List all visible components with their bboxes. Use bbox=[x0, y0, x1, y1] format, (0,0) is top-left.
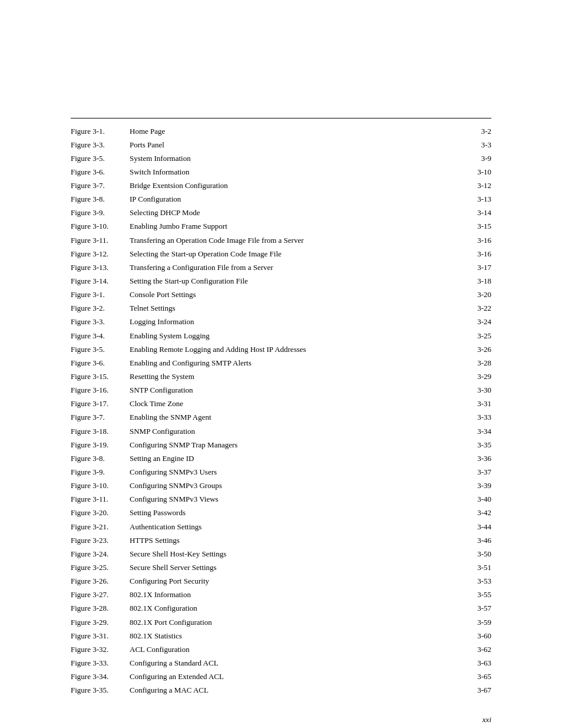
toc-figure-label: Figure 3-13. bbox=[71, 261, 130, 274]
toc-title: Telnet Settings bbox=[130, 302, 462, 315]
toc-title: Transfering a Configuration File from a … bbox=[130, 261, 462, 274]
toc-figure-label: Figure 3-31. bbox=[71, 629, 130, 643]
toc-row: Figure 3-10.Enabling Jumbo Frame Support… bbox=[71, 220, 491, 233]
toc-title: Enabling Remote Logging and Adding Host … bbox=[130, 342, 462, 356]
toc-figure-label: Figure 3-35. bbox=[71, 684, 130, 697]
toc-title: Authentication Settings bbox=[130, 520, 462, 533]
toc-page-number: 3-28 bbox=[462, 356, 491, 370]
toc-figure-label: Figure 3-25. bbox=[71, 561, 130, 575]
page-footer: xxi bbox=[71, 715, 491, 724]
toc-page-number: 3-50 bbox=[462, 547, 491, 561]
toc-title: Configuring Port Security bbox=[130, 575, 462, 588]
toc-figure-label: Figure 3-3. bbox=[71, 138, 130, 151]
toc-row: Figure 3-32.ACL Configuration3-62 bbox=[71, 643, 491, 656]
toc-row: Figure 3-3.Ports Panel3-3 bbox=[71, 138, 491, 151]
toc-title: Console Port Settings bbox=[130, 288, 462, 302]
toc-figure-label: Figure 3-11. bbox=[71, 233, 130, 247]
toc-figure-label: Figure 3-32. bbox=[71, 643, 130, 656]
toc-table: Figure 3-1.Home Page3-2Figure 3-3.Ports … bbox=[71, 124, 491, 697]
toc-page-number: 3-17 bbox=[462, 261, 491, 274]
toc-page-number: 3-24 bbox=[462, 315, 491, 329]
toc-page-number: 3-59 bbox=[462, 615, 491, 629]
toc-figure-label: Figure 3-9. bbox=[71, 466, 130, 479]
toc-page-number: 3-22 bbox=[462, 302, 491, 315]
toc-page-number: 3-55 bbox=[462, 588, 491, 602]
toc-figure-label: Figure 3-8. bbox=[71, 452, 130, 465]
toc-page-number: 3-65 bbox=[462, 670, 491, 684]
toc-row: Figure 3-25.Secure Shell Server Settings… bbox=[71, 561, 491, 575]
toc-row: Figure 3-18.SNMP Configuration3-34 bbox=[71, 424, 491, 438]
toc-title: Setting an Engine ID bbox=[130, 452, 462, 465]
toc-title: Enabling and Configuring SMTP Alerts bbox=[130, 356, 462, 370]
toc-figure-label: Figure 3-1. bbox=[71, 124, 130, 138]
toc-figure-label: Figure 3-10. bbox=[71, 479, 130, 493]
toc-title: Ports Panel bbox=[130, 138, 462, 151]
toc-page-number: 3-2 bbox=[462, 124, 491, 138]
toc-page-number: 3-12 bbox=[462, 179, 491, 193]
toc-figure-label: Figure 3-17. bbox=[71, 397, 130, 411]
top-border bbox=[71, 118, 491, 118]
toc-title: Configuring SNMP Trap Managers bbox=[130, 438, 462, 452]
toc-title: Selecting the Start-up Operation Code Im… bbox=[130, 247, 462, 261]
toc-figure-label: Figure 3-11. bbox=[71, 493, 130, 506]
toc-title: Transfering an Operation Code Image File… bbox=[130, 233, 462, 247]
toc-title: 802.1X Statistics bbox=[130, 629, 462, 643]
toc-page-number: 3-3 bbox=[462, 138, 491, 151]
toc-page-number: 3-62 bbox=[462, 643, 491, 656]
toc-title: 802.1X Configuration bbox=[130, 602, 462, 615]
toc-figure-label: Figure 3-28. bbox=[71, 602, 130, 615]
toc-page-number: 3-37 bbox=[462, 466, 491, 479]
toc-row: Figure 3-27.802.1X Information3-55 bbox=[71, 588, 491, 602]
toc-row: Figure 3-20.Setting Passwords3-42 bbox=[71, 506, 491, 520]
toc-row: Figure 3-23.HTTPS Settings3-46 bbox=[71, 533, 491, 547]
toc-row: Figure 3-5.System Information3-9 bbox=[71, 151, 491, 165]
toc-title: Bridge Exentsion Configuration bbox=[130, 179, 462, 193]
toc-row: Figure 3-26.Configuring Port Security3-5… bbox=[71, 575, 491, 588]
toc-row: Figure 3-1.Console Port Settings3-20 bbox=[71, 288, 491, 302]
toc-page-number: 3-60 bbox=[462, 629, 491, 643]
toc-page-number: 3-34 bbox=[462, 424, 491, 438]
toc-figure-label: Figure 3-7. bbox=[71, 179, 130, 193]
toc-row: Figure 3-11.Configuring SNMPv3 Views3-40 bbox=[71, 493, 491, 506]
toc-page-number: 3-57 bbox=[462, 602, 491, 615]
toc-page-number: 3-53 bbox=[462, 575, 491, 588]
toc-figure-label: Figure 3-23. bbox=[71, 533, 130, 547]
toc-row: Figure 3-7.Enabling the SNMP Agent3-33 bbox=[71, 411, 491, 424]
toc-page-number: 3-30 bbox=[462, 384, 491, 397]
toc-title: Configuring a Standard ACL bbox=[130, 656, 462, 670]
toc-title: Resetting the System bbox=[130, 370, 462, 384]
toc-title: SNTP Configuration bbox=[130, 384, 462, 397]
toc-row: Figure 3-11.Transfering an Operation Cod… bbox=[71, 233, 491, 247]
toc-figure-label: Figure 3-34. bbox=[71, 670, 130, 684]
toc-figure-label: Figure 3-12. bbox=[71, 247, 130, 261]
toc-title: Configuring SNMPv3 Groups bbox=[130, 479, 462, 493]
toc-title: Enabling the SNMP Agent bbox=[130, 411, 462, 424]
toc-row: Figure 3-15.Resetting the System3-29 bbox=[71, 370, 491, 384]
toc-figure-label: Figure 3-3. bbox=[71, 315, 130, 329]
toc-figure-label: Figure 3-9. bbox=[71, 206, 130, 220]
toc-title: 802.1X Information bbox=[130, 588, 462, 602]
toc-page-number: 3-51 bbox=[462, 561, 491, 575]
toc-page-number: 3-33 bbox=[462, 411, 491, 424]
toc-page-number: 3-46 bbox=[462, 533, 491, 547]
toc-title: Enabling Jumbo Frame Support bbox=[130, 220, 462, 233]
toc-title: Setting the Start-up Configuration File bbox=[130, 275, 462, 288]
toc-title: Secure Shell Server Settings bbox=[130, 561, 462, 575]
toc-title: Setting Passwords bbox=[130, 506, 462, 520]
toc-figure-label: Figure 3-14. bbox=[71, 275, 130, 288]
toc-title: Configuring SNMPv3 Users bbox=[130, 466, 462, 479]
toc-row: Figure 3-2.Telnet Settings3-22 bbox=[71, 302, 491, 315]
toc-row: Figure 3-9.Selecting DHCP Mode3-14 bbox=[71, 206, 491, 220]
toc-row: Figure 3-12.Selecting the Start-up Opera… bbox=[71, 247, 491, 261]
toc-page-number: 3-14 bbox=[462, 206, 491, 220]
toc-page-number: 3-29 bbox=[462, 370, 491, 384]
toc-page-number: 3-9 bbox=[462, 151, 491, 165]
toc-title: Configuring a MAC ACL bbox=[130, 684, 462, 697]
toc-row: Figure 3-6.Switch Information3-10 bbox=[71, 165, 491, 179]
toc-figure-label: Figure 3-16. bbox=[71, 384, 130, 397]
toc-page-number: 3-44 bbox=[462, 520, 491, 533]
toc-page-number: 3-16 bbox=[462, 247, 491, 261]
toc-page-number: 3-15 bbox=[462, 220, 491, 233]
toc-figure-label: Figure 3-6. bbox=[71, 165, 130, 179]
toc-title: Home Page bbox=[130, 124, 462, 138]
